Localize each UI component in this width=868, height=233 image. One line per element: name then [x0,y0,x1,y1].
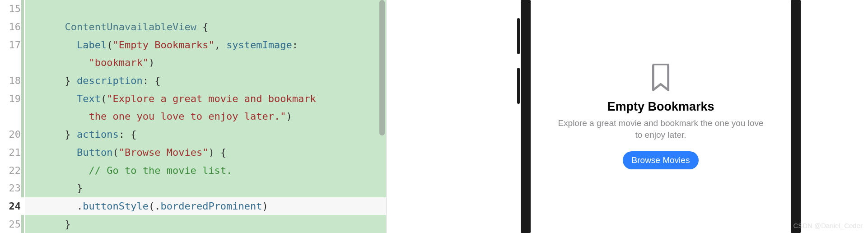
line-number: 21 [0,144,25,162]
code-line[interactable] [25,0,386,18]
code-line[interactable]: } description: { [25,72,386,90]
code-line[interactable]: ContentUnavailableView { [25,18,386,36]
code-line[interactable]: "bookmark") [25,54,386,72]
code-line[interactable]: Button("Browse Movies") { [25,144,386,162]
scrollbar-thumb[interactable] [379,0,385,135]
code-line[interactable]: } [25,179,386,197]
line-number: 20 [0,126,25,144]
code-line[interactable]: .buttonStyle(.borderedProminent) [25,197,386,215]
code-line[interactable]: Label("Empty Bookmarks", systemImage: [25,36,386,54]
line-gutter: 1516171819202122232425 [0,0,25,233]
line-number: 22 [0,161,25,179]
line-number: 16 [0,18,25,36]
phone-frame: Empty Bookmarks Explore a great movie an… [521,0,801,233]
code-line[interactable]: the one you love to enjoy later.") [25,107,386,126]
line-number: 18 [0,72,25,90]
canvas-gap [386,0,453,233]
line-number: 17 [0,36,25,54]
line-number: 25 [0,215,25,233]
line-number: 24 [0,197,25,215]
phone-screen: Empty Bookmarks Explore a great movie an… [531,0,791,233]
code-line[interactable]: } [25,215,386,233]
browse-movies-button[interactable]: Browse Movies [623,151,699,169]
bookmark-icon [650,64,672,92]
code-line[interactable]: // Go to the movie list. [25,161,386,179]
watermark-text: CSDN @Daniel_Coder [793,222,863,229]
line-number: 19 [0,89,25,107]
code-line[interactable]: } actions: { [25,126,386,144]
line-number [0,107,25,126]
code-editor-panel: 1516171819202122232425 ContentUnavailabl… [0,0,386,233]
phone-edge-right [791,0,801,233]
line-number: 23 [0,179,25,197]
code-line[interactable]: Text("Explore a great movie and bookmark [25,89,386,107]
phone-edge-left [521,0,531,233]
scrollbar-track[interactable] [378,0,386,233]
line-number: 15 [0,0,25,18]
line-number [0,54,25,72]
preview-panel: Empty Bookmarks Explore a great movie an… [453,0,868,233]
empty-state-description: Explore a great movie and bookmark the o… [557,117,765,140]
code-area[interactable]: ContentUnavailableView { Label("Empty Bo… [25,0,386,233]
empty-state-title: Empty Bookmarks [607,100,714,114]
